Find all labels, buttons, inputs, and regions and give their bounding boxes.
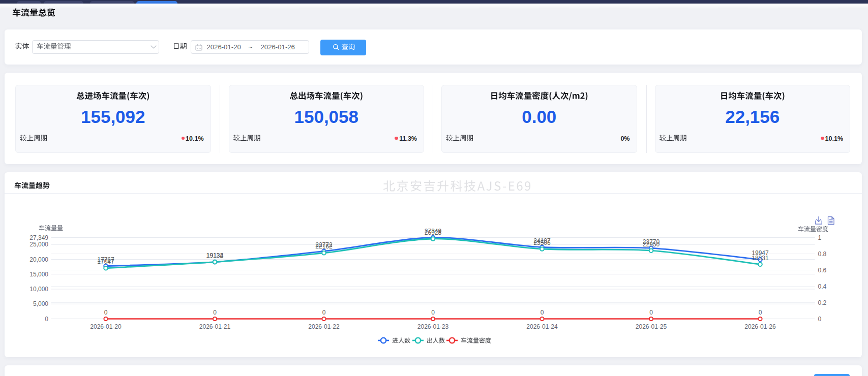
- svg-text:10,000: 10,000: [29, 286, 48, 293]
- svg-text:0: 0: [45, 316, 48, 323]
- svg-text:22950: 22950: [643, 241, 660, 248]
- svg-text:0: 0: [431, 309, 435, 316]
- svg-text:1: 1: [818, 234, 822, 241]
- svg-text:0: 0: [759, 309, 762, 316]
- svg-text:2026-01-25: 2026-01-25: [636, 323, 667, 330]
- svg-text:26928: 26928: [425, 229, 442, 236]
- svg-text:0.8: 0.8: [818, 250, 827, 258]
- svg-text:0: 0: [649, 309, 653, 316]
- svg-text:25,000: 25,000: [29, 241, 48, 248]
- svg-text:0.4: 0.4: [818, 283, 827, 290]
- svg-text:2026-01-22: 2026-01-22: [308, 323, 340, 330]
- svg-text:2026-01-20: 2026-01-20: [90, 323, 122, 330]
- svg-text:22162: 22162: [315, 243, 333, 250]
- svg-text:0: 0: [213, 309, 217, 316]
- svg-text:18331: 18331: [752, 255, 769, 262]
- svg-text:15,000: 15,000: [29, 271, 48, 278]
- svg-text:2026-01-26: 2026-01-26: [744, 323, 776, 330]
- svg-text:2026-01-23: 2026-01-23: [417, 323, 449, 330]
- svg-text:2026-01-24: 2026-01-24: [526, 323, 558, 330]
- svg-text:5,000: 5,000: [33, 300, 48, 307]
- svg-text:0: 0: [818, 316, 822, 323]
- svg-text:0.2: 0.2: [818, 299, 827, 306]
- svg-text:27,349: 27,349: [29, 234, 48, 241]
- svg-text:23506: 23506: [533, 239, 551, 246]
- svg-text:20,000: 20,000: [29, 256, 48, 263]
- svg-text:2026-01-21: 2026-01-21: [199, 323, 231, 330]
- svg-text:0: 0: [541, 309, 544, 316]
- svg-text:0: 0: [322, 309, 326, 316]
- svg-text:0.6: 0.6: [818, 267, 827, 274]
- svg-text:17047: 17047: [97, 258, 114, 265]
- svg-text:19132: 19132: [206, 252, 224, 259]
- svg-text:0: 0: [104, 309, 108, 316]
